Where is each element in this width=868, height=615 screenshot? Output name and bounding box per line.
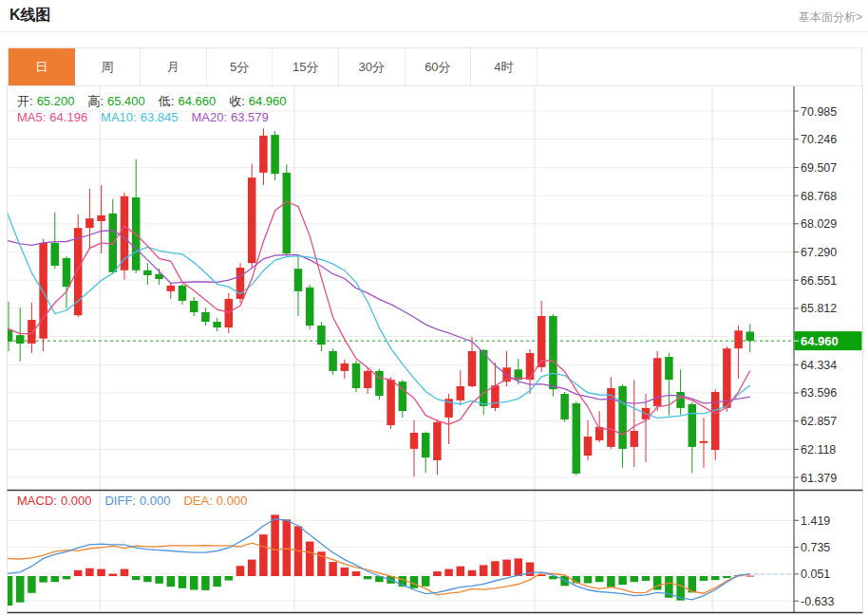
legend-label: DEA: <box>183 494 212 508</box>
legend-label: 高: <box>87 94 104 108</box>
svg-text:63.596: 63.596 <box>801 386 837 400</box>
legend-value: 65.400 <box>107 94 145 108</box>
svg-text:70.985: 70.985 <box>801 105 837 119</box>
diff-line <box>0 519 750 600</box>
svg-text:62.118: 62.118 <box>801 443 836 457</box>
ohlc-legend: 开:65.200高:65.400低:64.660收:64.960 <box>17 93 300 110</box>
svg-text:66.551: 66.551 <box>801 274 837 288</box>
tab-30分[interactable]: 30分 <box>339 48 406 85</box>
legend-value: 64.660 <box>178 94 216 108</box>
svg-text:0.051: 0.051 <box>801 568 830 581</box>
legend-value: 0.000 <box>61 494 92 508</box>
legend-label: MA5: <box>17 110 46 124</box>
tab-日[interactable]: 日 <box>9 48 75 85</box>
legend-label: MA20: <box>191 110 227 124</box>
svg-text:67.290: 67.290 <box>801 246 837 259</box>
svg-text:70.246: 70.246 <box>801 133 837 146</box>
legend-label: 开: <box>17 94 33 108</box>
y-axis-macd: 1.4190.7350.051-0.633 <box>794 514 834 608</box>
tab-60分[interactable]: 60分 <box>406 48 472 85</box>
legend-label: DIFF: <box>104 494 136 508</box>
svg-text:69.507: 69.507 <box>801 161 837 175</box>
tab-15分[interactable]: 15分 <box>273 48 339 85</box>
legend-value: 64.960 <box>249 94 287 108</box>
macd-legend: MACD:0.000DIFF:0.000DEA:0.000 <box>17 494 260 508</box>
legend-label: 低: <box>159 94 175 108</box>
legend-value: 63.579 <box>231 110 269 124</box>
fundamental-analysis-link[interactable]: 基本面分析> <box>799 9 862 26</box>
svg-text:62.857: 62.857 <box>801 415 837 428</box>
tab-月[interactable]: 月 <box>141 48 207 85</box>
svg-text:61.379: 61.379 <box>801 472 837 485</box>
legend-value: 65.200 <box>37 94 75 108</box>
kline-page: 70.98570.24669.50768.76868.02967.29066.5… <box>0 0 868 615</box>
grid-layer <box>8 86 794 612</box>
y-axis-main: 70.98570.24669.50768.76868.02967.29066.5… <box>794 105 837 485</box>
svg-text:64.960: 64.960 <box>801 334 839 348</box>
legend-value: 0.000 <box>140 494 171 508</box>
tab-周[interactable]: 周 <box>75 48 142 85</box>
last-price-badge: 64.960 <box>794 331 862 350</box>
svg-text:68.029: 68.029 <box>801 217 837 231</box>
svg-text:0.735: 0.735 <box>801 541 830 554</box>
legend-value: 64.196 <box>49 110 87 124</box>
macd-histogram <box>0 514 754 607</box>
legend-value: 63.845 <box>141 110 179 124</box>
header-divider <box>0 31 868 32</box>
legend-value: 0.000 <box>217 494 248 508</box>
dea-line <box>0 543 750 595</box>
legend-label: MACD: <box>17 494 57 508</box>
svg-text:65.812: 65.812 <box>801 302 837 315</box>
svg-text:64.334: 64.334 <box>801 359 837 372</box>
legend-label: 收: <box>229 94 245 108</box>
tab-4时[interactable]: 4时 <box>471 48 538 85</box>
svg-text:68.768: 68.768 <box>801 190 837 203</box>
svg-text:-0.633: -0.633 <box>801 595 834 608</box>
ma-legend: MA5:64.196MA10:63.845MA20:63.579 <box>17 110 282 124</box>
interval-tabbar: 日周月5分15分30分60分4时 <box>8 47 862 86</box>
svg-text:1.419: 1.419 <box>801 514 830 528</box>
page-title: K线图 <box>9 6 51 26</box>
legend-label: MA10: <box>101 110 137 124</box>
tab-5分[interactable]: 5分 <box>207 48 274 85</box>
candles-layer <box>0 128 754 476</box>
chart-frame <box>8 86 863 613</box>
